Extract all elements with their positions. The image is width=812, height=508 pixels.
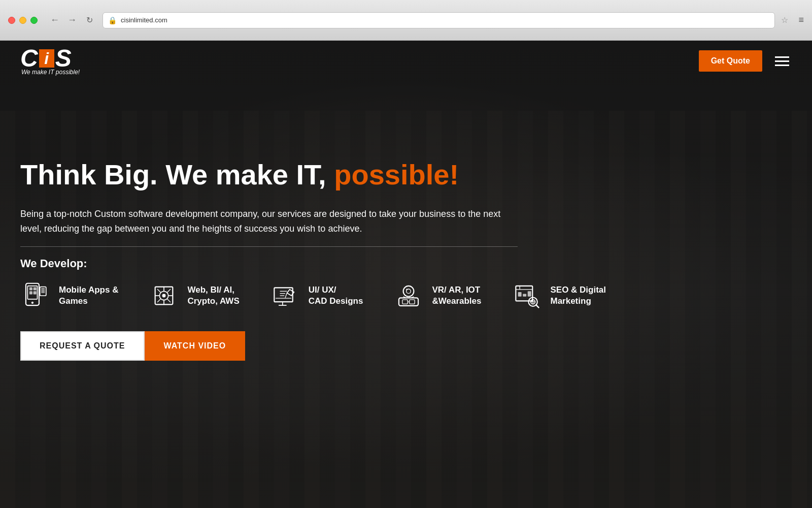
logo-i-box: i <box>39 49 54 68</box>
logo-tagline: We make IT possible! <box>20 69 80 76</box>
refresh-button[interactable]: ↻ <box>82 13 96 27</box>
forward-button[interactable]: → <box>65 13 79 27</box>
svg-line-30 <box>285 293 287 298</box>
hamburger-line-3 <box>775 65 789 66</box>
logo-i: i <box>44 49 49 68</box>
hamburger-line-1 <box>775 56 789 58</box>
service-item-vr: VR/ AR, IOT&Wearables <box>393 280 481 311</box>
request-quote-button[interactable]: REQUEST A QUOTE <box>20 331 145 361</box>
svg-rect-44 <box>523 294 527 296</box>
svg-line-21 <box>167 289 171 293</box>
minimize-button[interactable] <box>19 17 26 24</box>
svg-rect-3 <box>29 287 32 290</box>
maximize-button[interactable] <box>30 17 38 24</box>
cta-buttons: REQUEST A QUOTE WATCH VIDEO <box>20 331 792 361</box>
hamburger-line-2 <box>775 60 789 62</box>
svg-rect-36 <box>410 300 415 304</box>
browser-menu-button[interactable]: ≡ <box>798 15 804 25</box>
svg-line-48 <box>536 305 539 307</box>
svg-line-19 <box>157 289 161 293</box>
close-button[interactable] <box>8 17 15 24</box>
lock-icon: 🔒 <box>108 16 117 24</box>
service-item-design: UI/ UX/CAD Designs <box>270 280 363 311</box>
svg-rect-43 <box>518 292 522 297</box>
nav-right: Get Quote <box>699 50 792 72</box>
url-text: cisinlimited.com <box>121 16 769 24</box>
logo-s: S <box>55 46 72 71</box>
watch-video-button[interactable]: WATCH VIDEO <box>145 331 246 361</box>
svg-point-2 <box>31 301 33 303</box>
logo-text: C i S <box>20 46 80 71</box>
seo-label: SEO & DigitalMarketing <box>550 284 606 307</box>
browser-chrome: ← → ↻ 🔒 cisinlimited.com ☆ ≡ <box>0 0 812 41</box>
seo-icon <box>512 280 542 311</box>
hamburger-menu-button[interactable] <box>772 54 792 69</box>
svg-point-31 <box>403 286 414 297</box>
we-develop-section: We Develop: <box>20 257 792 311</box>
svg-rect-6 <box>33 291 37 294</box>
ui-ux-label: UI/ UX/CAD Designs <box>309 284 363 307</box>
navbar: C i S We make IT possible! Get Quote <box>0 41 812 81</box>
svg-rect-35 <box>402 300 408 304</box>
svg-rect-5 <box>29 291 32 294</box>
vr-ar-label: VR/ AR, IOT&Wearables <box>432 284 481 307</box>
traffic-lights <box>8 17 38 24</box>
vr-ar-icon <box>393 280 424 311</box>
service-item-mobile: Mobile Apps &Games <box>20 280 118 311</box>
svg-rect-45 <box>528 291 531 296</box>
svg-rect-4 <box>33 287 37 290</box>
logo-c: C <box>20 46 38 71</box>
svg-point-14 <box>162 294 166 297</box>
website-content: C i S We make IT possible! Get Quote Thi… <box>0 41 812 508</box>
hero-content: Think Big. We make IT, possible! Being a… <box>20 86 792 361</box>
address-bar[interactable]: 🔒 cisinlimited.com <box>103 12 775 28</box>
hero-description: Being a top-notch Custom software develo… <box>20 207 518 236</box>
svg-point-33 <box>407 289 408 290</box>
web-bi-icon <box>149 280 179 311</box>
svg-line-20 <box>167 299 171 302</box>
browser-nav-buttons: ← → ↻ <box>48 13 96 27</box>
logo: C i S We make IT possible! <box>20 46 80 76</box>
bookmark-button[interactable]: ☆ <box>781 15 788 25</box>
hero-title: Think Big. We make IT, possible! <box>20 157 792 192</box>
mobile-apps-icon <box>20 280 51 311</box>
hero-title-part1: Think Big. We make IT, <box>20 158 334 190</box>
service-item-web: Web, BI/ AI,Crypto, AWS <box>149 280 239 311</box>
services-row: Mobile Apps &Games <box>20 280 792 311</box>
hero-divider <box>20 246 518 247</box>
mobile-apps-label: Mobile Apps &Games <box>59 284 118 307</box>
we-develop-title: We Develop: <box>20 257 792 270</box>
hero-title-highlight: possible! <box>334 158 459 190</box>
back-button[interactable]: ← <box>48 13 62 27</box>
ui-ux-icon <box>270 280 300 311</box>
web-bi-label: Web, BI/ AI,Crypto, AWS <box>187 284 239 307</box>
service-item-seo: SEO & DigitalMarketing <box>512 280 606 311</box>
get-quote-button[interactable]: Get Quote <box>699 50 762 72</box>
svg-line-22 <box>157 299 161 302</box>
